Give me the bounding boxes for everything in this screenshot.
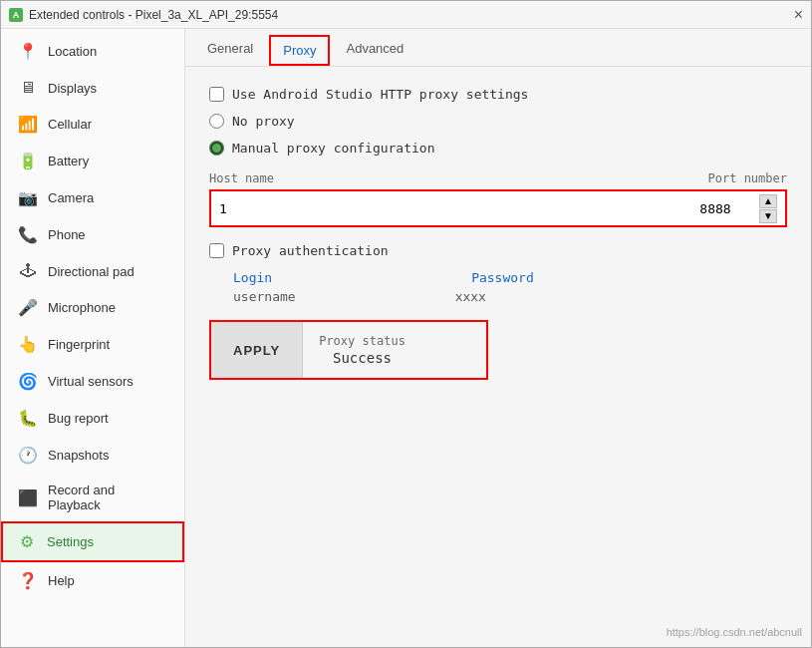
sidebar-item-microphone[interactable]: 🎤Microphone [1, 289, 184, 326]
sidebar-label-snapshots: Snapshots [48, 448, 109, 463]
sidebar-item-location[interactable]: 📍Location [1, 33, 184, 70]
sidebar-label-bug-report: Bug report [48, 411, 109, 426]
sidebar-item-cellular[interactable]: 📶Cellular [1, 106, 184, 143]
app-icon: A [9, 8, 23, 22]
no-proxy-label: No proxy [232, 114, 295, 129]
sidebar-item-record-playback[interactable]: ⬛Record and Playback [1, 474, 184, 521]
use-android-studio-label: Use Android Studio HTTP proxy settings [232, 87, 528, 102]
sidebar-item-camera[interactable]: 📷Camera [1, 179, 184, 216]
host-port-section: Host name Port number ▲ ▼ [209, 171, 787, 227]
password-label: Password [471, 270, 534, 285]
host-input[interactable] [219, 201, 676, 216]
login-label: Login [233, 270, 272, 285]
sidebar-item-virtual-sensors[interactable]: 🌀Virtual sensors [1, 363, 184, 400]
manual-proxy-row: Manual proxy configuration [209, 141, 787, 156]
sidebar-item-snapshots[interactable]: 🕐Snapshots [1, 437, 184, 474]
panel-body: Use Android Studio HTTP proxy settings N… [185, 67, 811, 647]
tabs-bar: GeneralProxyAdvanced [185, 29, 811, 67]
sidebar-label-record-playback: Record and Playback [48, 483, 170, 512]
battery-icon: 🔋 [18, 152, 38, 170]
proxy-status-value: Success [319, 350, 406, 366]
snapshots-icon: 🕐 [18, 446, 38, 465]
sidebar: 📍Location🖥Displays📶Cellular🔋Battery📷Came… [1, 29, 185, 647]
tab-advanced[interactable]: Advanced [334, 35, 415, 66]
sidebar-label-fingerprint: Fingerprint [48, 337, 110, 352]
sidebar-item-fingerprint[interactable]: 👆Fingerprint [1, 326, 184, 363]
use-android-studio-row: Use Android Studio HTTP proxy settings [209, 87, 787, 102]
location-icon: 📍 [18, 42, 38, 61]
sidebar-item-battery[interactable]: 🔋Battery [1, 143, 184, 179]
proxy-status-label: Proxy status [319, 334, 406, 348]
host-label: Host name [209, 171, 274, 185]
sidebar-label-displays: Displays [48, 81, 97, 96]
port-label: Port number [708, 171, 787, 185]
fingerprint-icon: 👆 [18, 335, 38, 354]
microphone-icon: 🎤 [18, 298, 38, 317]
directional-pad-icon: 🕹 [18, 262, 38, 280]
sidebar-label-phone: Phone [48, 227, 86, 242]
cellular-icon: 📶 [18, 115, 38, 134]
apply-button[interactable]: APPLY [211, 322, 303, 378]
sidebar-label-cellular: Cellular [48, 117, 92, 132]
host-port-box: ▲ ▼ [209, 189, 787, 227]
tab-general[interactable]: General [195, 35, 265, 66]
title-bar-left: A Extended controls - Pixel_3a_XL_API_29… [9, 8, 278, 22]
proxy-status-box: Proxy status Success [303, 328, 421, 372]
title-bar: A Extended controls - Pixel_3a_XL_API_29… [1, 1, 811, 29]
spinner-up[interactable]: ▲ [759, 194, 777, 208]
sidebar-item-settings[interactable]: ⚙Settings [1, 521, 184, 562]
proxy-auth-label: Proxy authentication [232, 243, 389, 258]
no-proxy-radio[interactable] [209, 114, 224, 129]
sidebar-label-microphone: Microphone [48, 300, 116, 315]
settings-icon: ⚙ [17, 532, 37, 551]
sidebar-label-location: Location [48, 44, 97, 59]
sidebar-label-virtual-sensors: Virtual sensors [48, 374, 134, 389]
sidebar-label-help: Help [48, 573, 75, 588]
login-value: username [233, 289, 296, 304]
sidebar-label-battery: Battery [48, 154, 89, 168]
port-spinner: ▲ ▼ [759, 194, 777, 223]
window-title: Extended controls - Pixel_3a_XL_API_29:5… [29, 8, 278, 22]
login-password-section: Login Password username xxxx [233, 270, 787, 304]
sidebar-item-help[interactable]: ❓Help [1, 562, 184, 599]
tab-proxy[interactable]: Proxy [269, 35, 330, 66]
sidebar-item-directional-pad[interactable]: 🕹Directional pad [1, 253, 184, 289]
port-input[interactable] [676, 201, 755, 216]
phone-icon: 📞 [18, 225, 38, 244]
bug-report-icon: 🐛 [18, 409, 38, 428]
host-port-labels: Host name Port number [209, 171, 787, 185]
sidebar-item-displays[interactable]: 🖥Displays [1, 70, 184, 106]
proxy-auth-row: Proxy authentication [209, 243, 787, 258]
sidebar-label-camera: Camera [48, 190, 94, 205]
close-button[interactable]: × [794, 7, 803, 23]
password-value: xxxx [455, 289, 486, 304]
lp-labels: Login Password [233, 270, 787, 285]
sidebar-item-bug-report[interactable]: 🐛Bug report [1, 400, 184, 437]
spinner-down[interactable]: ▼ [759, 209, 777, 223]
manual-proxy-radio[interactable] [209, 141, 224, 156]
displays-icon: 🖥 [18, 79, 38, 97]
sidebar-item-phone[interactable]: 📞Phone [1, 216, 184, 253]
sidebar-label-directional-pad: Directional pad [48, 264, 135, 279]
content-area: 📍Location🖥Displays📶Cellular🔋Battery📷Came… [1, 29, 811, 647]
help-icon: ❓ [18, 571, 38, 590]
camera-icon: 📷 [18, 188, 38, 207]
no-proxy-row: No proxy [209, 114, 787, 129]
virtual-sensors-icon: 🌀 [18, 372, 38, 391]
manual-proxy-label: Manual proxy configuration [232, 141, 435, 156]
proxy-auth-checkbox[interactable] [209, 243, 224, 258]
apply-status-section: APPLY Proxy status Success [209, 320, 488, 380]
lp-values: username xxxx [233, 289, 787, 304]
sidebar-label-settings: Settings [47, 534, 94, 549]
window: A Extended controls - Pixel_3a_XL_API_29… [0, 0, 812, 648]
use-android-studio-checkbox[interactable] [209, 87, 224, 102]
record-playback-icon: ⬛ [18, 488, 38, 507]
main-panel: GeneralProxyAdvanced Use Android Studio … [185, 29, 811, 647]
